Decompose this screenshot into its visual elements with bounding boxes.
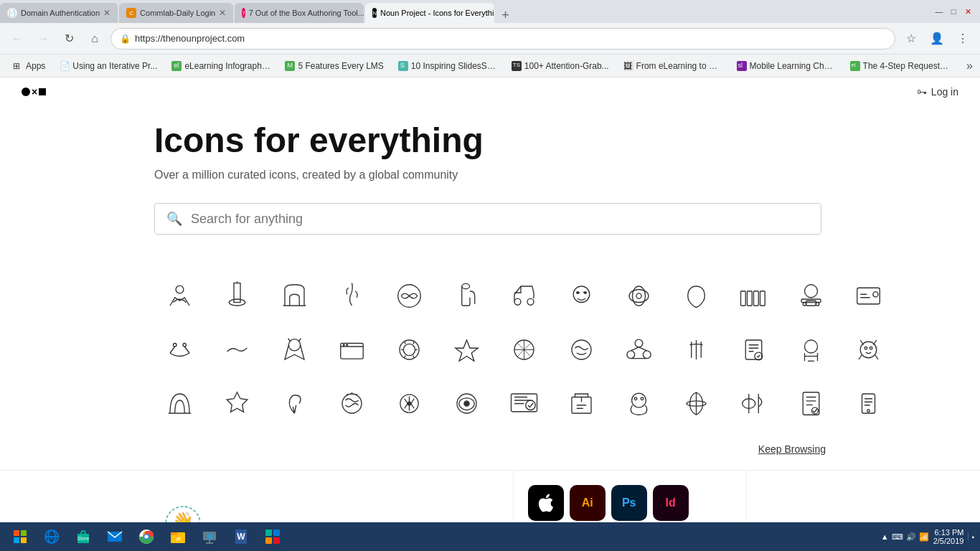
refresh-button[interactable]: ↻ <box>59 29 79 49</box>
icon-item[interactable] <box>728 324 778 375</box>
address-bar: ← → ↻ ⌂ 🔒 https://thenounproject.com ☆ 👤… <box>0 23 980 55</box>
search-input[interactable] <box>191 212 809 227</box>
icon-item[interactable] <box>843 270 893 321</box>
home-button[interactable]: ⌂ <box>85 29 105 49</box>
sys-network[interactable]: 📶 <box>919 532 929 542</box>
url-bar[interactable]: 🔒 https://thenounproject.com <box>110 28 895 50</box>
close-button[interactable]: ✕ <box>961 5 974 18</box>
taskbar-word[interactable]: W <box>227 522 255 551</box>
browser-menu-button[interactable]: ⋮ <box>953 29 973 49</box>
bookmark-elearning[interactable]: el eLearning Infographi... <box>166 60 276 72</box>
app-icon-apple[interactable] <box>528 485 564 521</box>
show-desktop-button[interactable]: ▪ <box>968 533 974 541</box>
svg-point-25 <box>173 343 176 347</box>
icon-item[interactable] <box>556 378 606 428</box>
icon-item[interactable] <box>441 378 491 428</box>
start-button[interactable] <box>6 522 34 551</box>
icon-item[interactable] <box>499 324 549 375</box>
icon-item[interactable] <box>613 324 664 375</box>
bookmark-mobile[interactable]: sl Mobile Learning Cha... <box>731 60 842 72</box>
icon-item[interactable] <box>671 378 721 428</box>
bookmark-iterative[interactable]: 📄 Using an Iterative Pr... <box>54 60 163 72</box>
taskbar-clock[interactable]: 6:13 PM 2/5/2019 <box>933 528 964 545</box>
icon-item[interactable] <box>269 378 319 428</box>
icon-item[interactable] <box>843 324 893 375</box>
tab-7outofbox[interactable]: 7 7 Out of the Box Authoring Tool... ✕ <box>235 3 364 23</box>
app-icon-indesign[interactable]: Id <box>653 485 689 521</box>
tab-commlab[interactable]: C Commlab-Daily Login ✕ <box>119 3 233 23</box>
app-icon-illustrator[interactable]: Ai <box>570 485 606 521</box>
taskbar-mail[interactable] <box>100 522 129 551</box>
icon-item[interactable] <box>212 324 262 375</box>
icon-item[interactable] <box>556 270 606 321</box>
bookmark-apps[interactable]: ⊞ Apps <box>7 60 51 72</box>
bookmark-fromelearning[interactable]: 🖼 From eLearning to m... <box>618 60 728 72</box>
icon-item[interactable] <box>326 324 377 375</box>
icon-item[interactable] <box>671 324 721 375</box>
svg-text:Store: Store <box>77 536 90 541</box>
icon-item[interactable] <box>499 270 549 321</box>
icon-item[interactable] <box>384 378 434 428</box>
minimize-button[interactable]: — <box>933 5 946 18</box>
icon-item[interactable] <box>728 378 778 428</box>
back-button[interactable]: ← <box>7 29 27 49</box>
app-icon-photoshop[interactable]: Ps <box>611 485 647 521</box>
bookmark-100attn[interactable]: TS 100+ Attention-Grab... <box>506 60 615 72</box>
more-bookmarks[interactable]: » <box>966 60 973 72</box>
icon-item[interactable] <box>269 324 319 375</box>
icon-item[interactable] <box>154 270 204 321</box>
taskbar-app[interactable] <box>258 522 287 551</box>
taskbar-ie[interactable]: e <box>37 522 66 551</box>
taskbar-chrome[interactable] <box>132 522 161 551</box>
svg-rect-42 <box>745 340 762 359</box>
icon-item[interactable] <box>728 270 778 321</box>
keep-browsing-link[interactable]: Keep Browsing <box>758 443 826 455</box>
icon-item[interactable] <box>613 378 664 428</box>
tab-nounproject[interactable]: N Noun Project - Icons for Everythi... ✕ <box>365 3 494 23</box>
bookmark-4step[interactable]: el The 4-Step Request F... <box>844 60 955 72</box>
icon-item[interactable] <box>556 324 606 375</box>
icon-item[interactable] <box>154 378 204 428</box>
taskbar-sys: ▲ ⌨ 🔊 📶 <box>881 532 929 542</box>
tab-domain-auth[interactable]: 📄 Domain Authentication ✕ <box>0 3 118 23</box>
fromelearning-favicon: 🖼 <box>623 61 633 71</box>
icon-item[interactable] <box>384 324 434 375</box>
icon-item[interactable] <box>499 378 549 428</box>
sys-arrow[interactable]: ▲ <box>881 532 889 541</box>
taskbar-explorer[interactable]: 📁 <box>164 522 192 551</box>
tab2-close[interactable]: ✕ <box>219 8 226 18</box>
icon-item[interactable] <box>212 378 262 428</box>
login-button[interactable]: 🗝 Log in <box>917 86 958 98</box>
icon-item[interactable] <box>441 270 491 321</box>
tab1-close[interactable]: ✕ <box>103 8 110 18</box>
tab2-label: Commlab-Daily Login <box>140 9 215 17</box>
icon-item[interactable] <box>384 270 434 321</box>
taskbar-network[interactable]: 🌐 <box>195 522 224 551</box>
icon-item[interactable] <box>786 324 836 375</box>
icon-item[interactable] <box>786 378 836 428</box>
tab2-favicon: C <box>126 8 136 18</box>
icon-item[interactable] <box>326 378 377 428</box>
bookmark-star-button[interactable]: ☆ <box>901 29 921 49</box>
profile-button[interactable]: 👤 <box>927 29 947 49</box>
app-icons-grid: Ai Ps Id P W <box>528 485 689 522</box>
bookmark-10inspiring[interactable]: S 10 Inspiring SlidesSha... <box>392 60 503 72</box>
new-tab-button[interactable]: + <box>496 8 515 23</box>
icon-item[interactable] <box>613 270 664 321</box>
icon-item[interactable] <box>843 378 893 428</box>
search-box[interactable]: 🔍 <box>154 203 821 235</box>
sys-volume[interactable]: 🔊 <box>906 532 916 542</box>
icon-item[interactable] <box>786 270 836 321</box>
icon-item[interactable] <box>326 270 377 321</box>
svg-point-9 <box>576 291 578 293</box>
icon-item[interactable] <box>441 324 491 375</box>
icon-item[interactable] <box>212 270 262 321</box>
taskbar-store[interactable]: Store <box>69 522 98 551</box>
bookmark-5features[interactable]: M 5 Features Every LMS <box>279 60 389 72</box>
icon-item[interactable] <box>269 270 319 321</box>
icon-item[interactable] <box>671 270 721 321</box>
forward-button[interactable]: → <box>33 29 53 49</box>
icon-item[interactable] <box>154 324 204 375</box>
maximize-button[interactable]: □ <box>947 5 960 18</box>
svg-point-30 <box>346 344 347 345</box>
